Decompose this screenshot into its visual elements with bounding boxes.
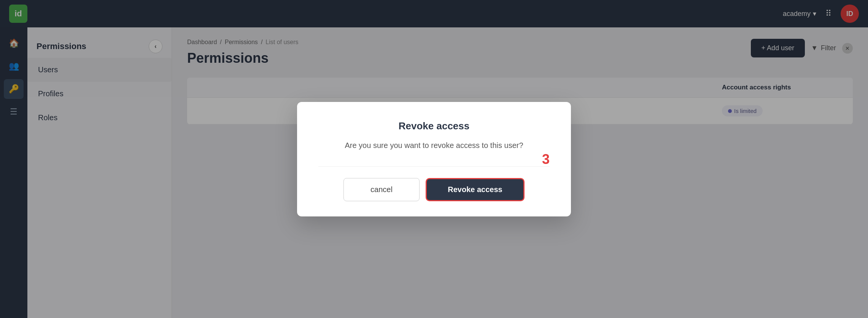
cancel-button[interactable]: cancel — [343, 178, 420, 201]
modal-actions: cancel Revoke access — [318, 178, 550, 201]
modal: Revoke access Are you sure you want to r… — [297, 102, 571, 216]
modal-divider — [318, 166, 550, 167]
modal-title: Revoke access — [318, 120, 550, 132]
modal-body: Are you sure you want to revoke access t… — [318, 140, 550, 151]
modal-overlay: Revoke access Are you sure you want to r… — [0, 0, 868, 318]
revoke-access-button[interactable]: Revoke access — [426, 178, 525, 201]
modal-counter: 3 — [542, 151, 550, 167]
